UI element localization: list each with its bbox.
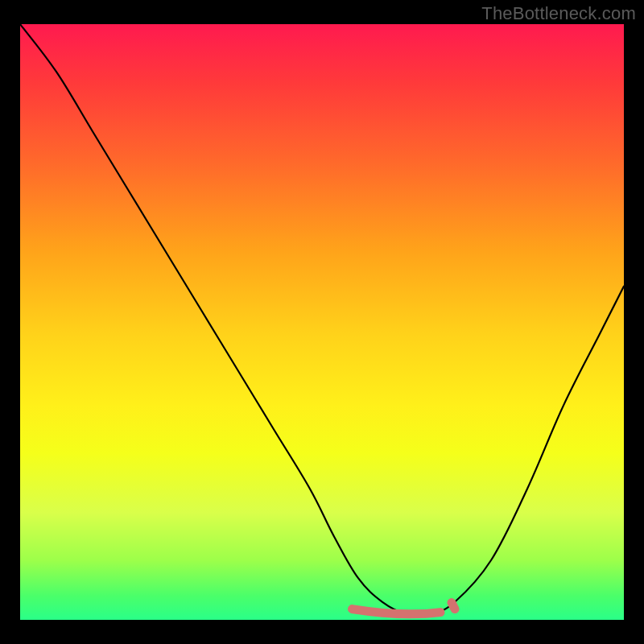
- plot-svg: [20, 24, 624, 620]
- chart-frame: TheBottleneck.com: [0, 0, 644, 644]
- plot-area: [20, 24, 624, 620]
- bottleneck-curve: [20, 24, 624, 616]
- flat-minimum-marker: [353, 603, 456, 614]
- watermark-text: TheBottleneck.com: [481, 3, 636, 24]
